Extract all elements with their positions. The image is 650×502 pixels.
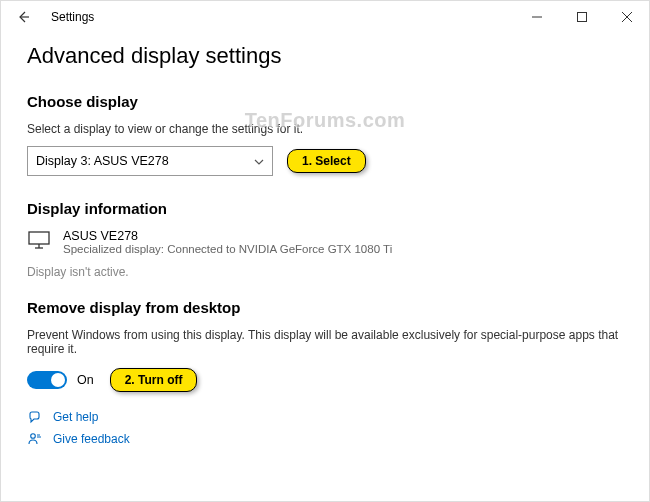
svg-point-8 xyxy=(31,434,36,439)
maximize-button[interactable] xyxy=(559,2,604,32)
content-area: Advanced display settings Choose display… xyxy=(1,33,649,446)
give-feedback-text: Give feedback xyxy=(53,432,130,446)
back-button[interactable] xyxy=(9,3,37,31)
toggle-knob xyxy=(51,373,65,387)
title-bar: Settings xyxy=(1,1,649,33)
get-help-text: Get help xyxy=(53,410,98,424)
display-information-heading: Display information xyxy=(27,200,623,217)
display-description: Specialized display: Connected to NVIDIA… xyxy=(63,243,392,255)
page-title: Advanced display settings xyxy=(27,43,623,69)
footer-links: Get help Give feedback xyxy=(27,410,623,446)
window-controls xyxy=(514,2,649,32)
remove-display-toggle[interactable] xyxy=(27,371,67,389)
choose-display-helper: Select a display to view or change the s… xyxy=(27,122,623,136)
toggle-label: On xyxy=(77,373,94,387)
get-help-link[interactable]: Get help xyxy=(27,410,623,424)
feedback-icon xyxy=(27,432,43,446)
remove-display-heading: Remove display from desktop xyxy=(27,299,623,316)
remove-display-section: Remove display from desktop Prevent Wind… xyxy=(27,299,623,392)
window-title: Settings xyxy=(51,10,94,24)
chevron-down-icon xyxy=(254,156,264,167)
display-dropdown-value: Display 3: ASUS VE278 xyxy=(36,154,169,168)
display-name: ASUS VE278 xyxy=(63,229,392,243)
help-icon xyxy=(27,410,43,424)
svg-rect-2 xyxy=(577,13,586,22)
svg-rect-5 xyxy=(29,232,49,244)
choose-display-heading: Choose display xyxy=(27,93,623,110)
give-feedback-link[interactable]: Give feedback xyxy=(27,432,623,446)
monitor-icon xyxy=(27,229,51,255)
remove-display-description: Prevent Windows from using this display.… xyxy=(27,328,623,356)
callout-turnoff: 2. Turn off xyxy=(110,368,198,392)
display-information-section: Display information ASUS VE278 Specializ… xyxy=(27,200,623,279)
display-inactive-text: Display isn't active. xyxy=(27,265,623,279)
display-dropdown[interactable]: Display 3: ASUS VE278 xyxy=(27,146,273,176)
minimize-button[interactable] xyxy=(514,2,559,32)
callout-select: 1. Select xyxy=(287,149,366,173)
choose-display-section: Choose display Select a display to view … xyxy=(27,93,623,176)
close-button[interactable] xyxy=(604,2,649,32)
